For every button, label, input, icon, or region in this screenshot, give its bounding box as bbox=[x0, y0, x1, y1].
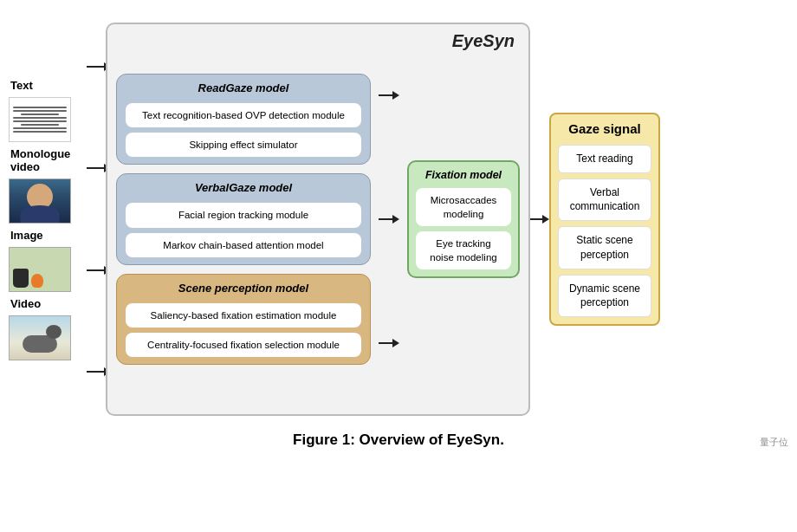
arrow-line bbox=[379, 94, 392, 96]
text-line-3 bbox=[21, 114, 58, 115]
arrow-line bbox=[87, 269, 104, 271]
text-line-7 bbox=[13, 127, 67, 129]
text-label: Text bbox=[9, 79, 33, 92]
eyesyn-title: EyeSyn bbox=[452, 31, 515, 51]
arrow-head bbox=[542, 215, 549, 224]
text-thumbnail bbox=[9, 97, 71, 142]
inputs-section: Text Monologue video bbox=[9, 79, 87, 360]
caption-text: Figure 1: Overview of EyeSyn. bbox=[293, 431, 504, 448]
video-thumbnail bbox=[9, 178, 71, 224]
arrow-head bbox=[392, 91, 399, 100]
pot-shape bbox=[13, 269, 29, 288]
text-line-6 bbox=[21, 124, 58, 126]
arrow-head bbox=[392, 215, 399, 224]
gaze-signal-title: Gaze signal bbox=[558, 121, 651, 136]
model-to-fixation-arrows bbox=[378, 33, 400, 405]
arrow-head bbox=[392, 339, 399, 347]
video-label: Video bbox=[9, 297, 41, 310]
text-line-8 bbox=[13, 131, 67, 133]
scene-model: Scene perception model Saliency-based fi… bbox=[116, 274, 371, 365]
watermark: 量子位 bbox=[760, 436, 788, 449]
fixation-title: Fixation model bbox=[416, 169, 511, 181]
text-line-4 bbox=[13, 117, 67, 119]
eyesyn-box: EyeSyn ReadGaze model Text recognition-b… bbox=[106, 23, 530, 416]
fixation-model-box: Fixation model Microsaccades modeling Ey… bbox=[407, 160, 520, 278]
fixation-section: Fixation model Microsaccades modeling Ey… bbox=[407, 33, 520, 405]
arrow-scene-to-fixation bbox=[379, 339, 399, 347]
text-line-1 bbox=[13, 107, 67, 108]
arrow-line bbox=[379, 342, 392, 344]
input-image-block: Image bbox=[9, 229, 87, 292]
fruit-shape bbox=[31, 274, 43, 288]
input-animal-block: Video bbox=[9, 297, 87, 360]
arrow-readgaze-to-fixation bbox=[379, 91, 399, 100]
fixation-to-gaze-arrow bbox=[530, 215, 549, 224]
arrow-line bbox=[530, 218, 542, 220]
face-body bbox=[21, 205, 60, 223]
input-video-block: Monologue video bbox=[9, 147, 87, 224]
input-text-block: Text bbox=[9, 79, 87, 142]
gaze-item-text-reading: Text reading bbox=[558, 145, 651, 173]
image-label: Image bbox=[9, 229, 43, 242]
verbalgaze-model: VerbalGaze model Facial region tracking … bbox=[116, 173, 371, 264]
models-column: ReadGaze model Text recognition-based OV… bbox=[116, 74, 371, 365]
verbalgaze-title: VerbalGaze model bbox=[126, 181, 361, 194]
arrow-line bbox=[87, 371, 104, 373]
monologue-label: Monologue video bbox=[9, 147, 87, 173]
readgaze-model: ReadGaze model Text recognition-based OV… bbox=[116, 74, 371, 165]
text-line-2 bbox=[13, 110, 67, 112]
scene-title: Scene perception model bbox=[126, 282, 361, 295]
verbalgaze-module-1: Facial region tracking module bbox=[126, 203, 361, 227]
readgaze-module-1: Text recognition-based OVP detection mod… bbox=[126, 103, 361, 127]
animal-thumbnail bbox=[9, 315, 71, 360]
gaze-item-static: Static scene perception bbox=[558, 226, 651, 269]
animal-head bbox=[46, 325, 62, 339]
gaze-item-verbal: Verbal communication bbox=[558, 178, 651, 222]
arrow-line bbox=[379, 218, 392, 220]
arrow-line bbox=[87, 167, 104, 169]
figure-caption: Figure 1: Overview of EyeSyn. 量子位 bbox=[9, 431, 788, 449]
gaze-signal-box: Gaze signal Text reading Verbal communic… bbox=[549, 113, 660, 327]
text-line-5 bbox=[13, 120, 67, 122]
input-arrows bbox=[87, 16, 106, 423]
scene-module-1: Saliency-based fixation estimation modul… bbox=[126, 303, 361, 328]
fixation-module-2: Eye tracking noise modeling bbox=[416, 231, 511, 269]
fixation-module-1: Microsaccades modeling bbox=[416, 188, 511, 226]
readgaze-title: ReadGaze model bbox=[126, 81, 361, 94]
arrow-verbal-to-fixation bbox=[379, 215, 399, 224]
verbalgaze-module-2: Markov chain-based attention model bbox=[126, 233, 361, 257]
arrow-line bbox=[87, 66, 104, 68]
scene-module-2: Centrality-focused fixation selection mo… bbox=[126, 333, 361, 357]
readgaze-module-2: Skipping effect simulator bbox=[126, 133, 361, 157]
gaze-item-dynamic: Dynamic scene perception bbox=[558, 275, 651, 318]
image-thumbnail bbox=[9, 247, 71, 292]
